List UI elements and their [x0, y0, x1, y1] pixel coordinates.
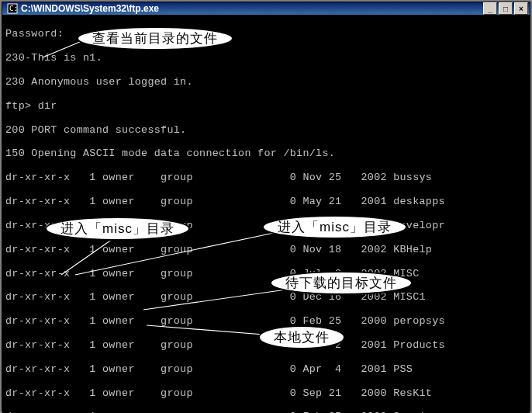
cmd-icon: C:	[7, 3, 18, 14]
window-title: C:\WINDOWS\System32\ftp.exe	[21, 3, 483, 14]
term-line: dr-xr-xr-x 1 owner group 0 Feb 25 2000 p…	[5, 315, 527, 327]
term-line: dr-xr-xr-x 1 owner group 0 Nov 25 2002 b…	[5, 172, 527, 183]
term-line: dr-xr-xr-x 1 owner group 0 Dec 16 2002 M…	[5, 291, 527, 303]
svg-text:C:: C:	[9, 5, 18, 12]
maximize-button[interactable]: □	[499, 2, 513, 15]
close-button[interactable]: ×	[514, 2, 528, 15]
term-line: dr-xr-xr-x 1 owner group 0 Apr 4 2001 PS…	[5, 363, 527, 375]
annotation-callout: 进入「misc」目录	[262, 215, 407, 239]
term-line: 200 PORT command successful.	[5, 124, 527, 136]
term-line: ftp> dir	[5, 100, 527, 112]
term-line: 230-This is n1.	[5, 52, 527, 64]
term-line: dr-xr-xr-x 1 owner group 0 Jul 2 2002 MI…	[5, 268, 527, 279]
minimize-button[interactable]: _	[483, 2, 497, 15]
window-buttons: _ □ ×	[483, 2, 528, 15]
annotation-callout: 进入「misc」目录	[45, 217, 190, 241]
annotation-callout: 查看当前目录的文件	[77, 26, 233, 50]
term-line: 230 Anonymous user logged in.	[5, 76, 527, 88]
annotation-arrow	[2, 15, 530, 413]
term-line: dr-xr-xr-x 1 owner group 0 May 21 2001 d…	[5, 196, 527, 207]
term-line: 150 Opening ASCII mode data connection f…	[5, 148, 527, 159]
term-line: dr-xr-xr-x 1 owner group 0 Sep 21 2000 R…	[5, 387, 527, 399]
term-line: dr-xr-xr-x 1 owner group 0 Nov 18 2002 K…	[5, 244, 527, 255]
terminal[interactable]: Password: 230-This is n1. 230 Anonymous …	[2, 15, 530, 413]
ftp-window: C: C:\WINDOWS\System32\ftp.exe _ □ × Pas…	[2, 2, 530, 411]
titlebar[interactable]: C: C:\WINDOWS\System32\ftp.exe _ □ ×	[2, 2, 530, 15]
